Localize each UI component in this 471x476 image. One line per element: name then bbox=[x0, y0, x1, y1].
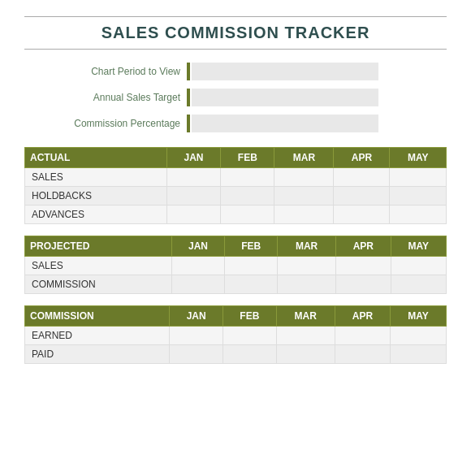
annual-sales-label: Annual Sales Target bbox=[57, 92, 187, 103]
header-cell-projected-0: PROJECTED bbox=[25, 236, 172, 257]
cell-actual-0-1 bbox=[166, 168, 220, 187]
cell-commission-0-4 bbox=[335, 327, 390, 345]
table-row: HOLDBACKS bbox=[25, 187, 447, 206]
table-commission: COMMISSIONJANFEBMARAPRMAYEARNEDPAID bbox=[24, 305, 447, 364]
cell-commission-1-5 bbox=[391, 345, 447, 364]
cell-actual-1-2 bbox=[221, 187, 274, 206]
cell-commission-0-3 bbox=[276, 327, 335, 345]
cell-projected-0-5 bbox=[391, 257, 446, 275]
cell-actual-1-4 bbox=[334, 187, 390, 206]
input-row-chart-period: Chart Period to View bbox=[57, 63, 447, 80]
header-cell-actual-4: APR bbox=[334, 148, 390, 168]
cell-actual-1-5 bbox=[390, 187, 447, 206]
title-section: SALES COMMISSION TRACKER bbox=[24, 16, 447, 50]
cell-projected-1-0: COMMISSION bbox=[25, 275, 172, 294]
input-row-commission-pct: Commission Percentage bbox=[57, 115, 447, 132]
header-cell-commission-0: COMMISSION bbox=[25, 306, 170, 327]
cell-projected-0-2 bbox=[225, 257, 278, 275]
cell-projected-1-5 bbox=[391, 275, 446, 294]
cell-actual-1-3 bbox=[274, 187, 334, 206]
cell-commission-1-1 bbox=[170, 345, 223, 364]
table-row: SALES bbox=[25, 168, 447, 187]
cell-projected-0-4 bbox=[335, 257, 391, 275]
cell-actual-0-0: SALES bbox=[25, 168, 167, 187]
commission-pct-bar bbox=[187, 115, 190, 132]
table-actual: ACTUALJANFEBMARAPRMAYSALESHOLDBACKSADVAN… bbox=[24, 147, 447, 224]
header-cell-projected-3: MAR bbox=[278, 236, 336, 257]
cell-actual-0-4 bbox=[334, 168, 390, 187]
cell-projected-1-2 bbox=[225, 275, 278, 294]
cell-projected-1-3 bbox=[278, 275, 336, 294]
header-cell-commission-2: FEB bbox=[223, 306, 277, 327]
table-header-row-commission: COMMISSIONJANFEBMARAPRMAY bbox=[25, 306, 447, 327]
cell-projected-1-1 bbox=[171, 275, 224, 294]
header-cell-actual-1: JAN bbox=[166, 148, 220, 168]
table-row: ADVANCES bbox=[25, 206, 447, 224]
table-section-actual: ACTUALJANFEBMARAPRMAYSALESHOLDBACKSADVAN… bbox=[24, 147, 447, 224]
cell-actual-1-0: HOLDBACKS bbox=[25, 187, 167, 206]
cell-projected-1-4 bbox=[335, 275, 391, 294]
cell-commission-1-3 bbox=[276, 345, 335, 364]
cell-projected-0-3 bbox=[278, 257, 336, 275]
tables-container: ACTUALJANFEBMARAPRMAYSALESHOLDBACKSADVAN… bbox=[24, 147, 447, 364]
page-title: SALES COMMISSION TRACKER bbox=[24, 24, 447, 42]
annual-sales-wrapper bbox=[187, 89, 378, 106]
table-row: COMMISSION bbox=[25, 275, 447, 294]
commission-pct-label: Commission Percentage bbox=[57, 118, 187, 129]
chart-period-bar bbox=[187, 63, 190, 80]
annual-sales-input[interactable] bbox=[192, 89, 378, 106]
cell-actual-2-1 bbox=[166, 206, 220, 224]
header-cell-commission-5: MAY bbox=[391, 306, 447, 327]
header-cell-commission-4: APR bbox=[335, 306, 390, 327]
cell-actual-2-4 bbox=[334, 206, 390, 224]
cell-projected-0-0: SALES bbox=[25, 257, 172, 275]
cell-actual-0-2 bbox=[221, 168, 274, 187]
table-row: SALES bbox=[25, 257, 447, 275]
chart-period-wrapper bbox=[187, 63, 378, 80]
commission-pct-wrapper bbox=[187, 115, 378, 132]
table-header-row-projected: PROJECTEDJANFEBMARAPRMAY bbox=[25, 236, 447, 257]
cell-commission-1-2 bbox=[223, 345, 277, 364]
cell-commission-0-5 bbox=[391, 327, 447, 345]
annual-sales-bar bbox=[187, 89, 190, 106]
cell-actual-2-5 bbox=[390, 206, 447, 224]
input-row-annual-sales: Annual Sales Target bbox=[57, 89, 447, 106]
page-container: SALES COMMISSION TRACKER Chart Period to… bbox=[24, 16, 447, 364]
header-cell-actual-5: MAY bbox=[390, 148, 447, 168]
table-row: PAID bbox=[25, 345, 447, 364]
cell-actual-0-3 bbox=[274, 168, 334, 187]
header-cell-projected-4: APR bbox=[335, 236, 391, 257]
header-cell-projected-2: FEB bbox=[225, 236, 278, 257]
header-cell-actual-3: MAR bbox=[274, 148, 334, 168]
cell-actual-2-0: ADVANCES bbox=[25, 206, 167, 224]
cell-actual-2-2 bbox=[221, 206, 274, 224]
title-divider-top bbox=[24, 16, 447, 17]
cell-commission-0-2 bbox=[223, 327, 277, 345]
header-cell-actual-2: FEB bbox=[221, 148, 274, 168]
table-section-projected: PROJECTEDJANFEBMARAPRMAYSALESCOMMISSION bbox=[24, 236, 447, 294]
chart-period-label: Chart Period to View bbox=[57, 66, 187, 77]
cell-commission-1-0: PAID bbox=[25, 345, 170, 364]
cell-projected-0-1 bbox=[171, 257, 224, 275]
header-cell-projected-5: MAY bbox=[391, 236, 446, 257]
cell-actual-0-5 bbox=[390, 168, 447, 187]
table-projected: PROJECTEDJANFEBMARAPRMAYSALESCOMMISSION bbox=[24, 236, 447, 294]
header-cell-projected-1: JAN bbox=[171, 236, 224, 257]
title-divider-bottom bbox=[24, 49, 447, 50]
cell-actual-2-3 bbox=[274, 206, 334, 224]
cell-actual-1-1 bbox=[166, 187, 220, 206]
chart-period-input[interactable] bbox=[192, 63, 378, 80]
table-row: EARNED bbox=[25, 327, 447, 345]
inputs-section: Chart Period to View Annual Sales Target… bbox=[57, 63, 447, 132]
commission-pct-input[interactable] bbox=[192, 115, 378, 132]
table-header-row-actual: ACTUALJANFEBMARAPRMAY bbox=[25, 148, 447, 168]
header-cell-commission-1: JAN bbox=[170, 306, 223, 327]
cell-commission-0-0: EARNED bbox=[25, 327, 170, 345]
header-cell-commission-3: MAR bbox=[276, 306, 335, 327]
cell-commission-1-4 bbox=[335, 345, 390, 364]
table-section-commission: COMMISSIONJANFEBMARAPRMAYEARNEDPAID bbox=[24, 305, 447, 364]
cell-commission-0-1 bbox=[170, 327, 223, 345]
header-cell-actual-0: ACTUAL bbox=[25, 148, 167, 168]
